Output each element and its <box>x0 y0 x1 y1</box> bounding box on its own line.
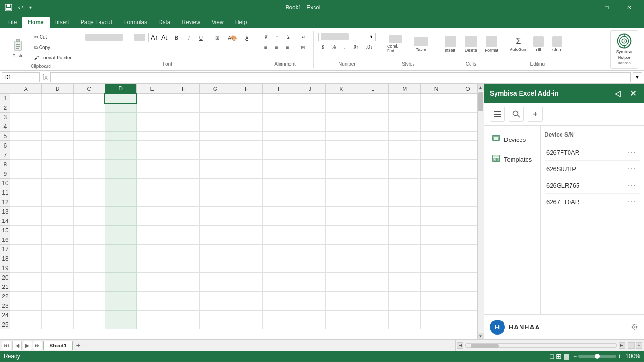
cell-L14[interactable] <box>357 216 389 226</box>
cell-H14[interactable] <box>231 216 263 226</box>
cell-G13[interactable] <box>199 207 231 216</box>
cell-K15[interactable] <box>326 226 357 235</box>
cell-M10[interactable] <box>389 179 421 188</box>
cell-E14[interactable] <box>136 216 168 226</box>
cell-E24[interactable] <box>136 311 168 320</box>
cell-E1[interactable] <box>136 94 168 103</box>
cell-A24[interactable] <box>10 311 41 320</box>
nav-item-templates[interactable]: Templates <box>488 151 537 167</box>
cell-F7[interactable] <box>168 150 199 160</box>
cell-D20[interactable] <box>105 273 136 282</box>
cell-G23[interactable] <box>199 301 231 311</box>
cell-A25[interactable] <box>10 320 41 329</box>
cell-B14[interactable] <box>41 216 73 226</box>
cell-A17[interactable] <box>10 245 41 254</box>
cell-H4[interactable] <box>231 122 263 132</box>
fill-color-button[interactable]: A🎨 <box>224 33 240 43</box>
conditional-formatting-button[interactable]: Cond. Fmt <box>384 35 407 54</box>
cell-D3[interactable] <box>105 113 136 122</box>
cell-H21[interactable] <box>231 282 263 292</box>
cell-F23[interactable] <box>168 301 199 311</box>
cell-M9[interactable] <box>389 169 421 179</box>
cell-I19[interactable] <box>263 263 294 273</box>
cell-E15[interactable] <box>136 226 168 235</box>
cell-A16[interactable] <box>10 235 41 245</box>
cell-L1[interactable] <box>357 94 389 103</box>
cell-I7[interactable] <box>263 150 294 160</box>
cell-N20[interactable] <box>421 273 452 282</box>
cell-G14[interactable] <box>199 216 231 226</box>
cell-L13[interactable] <box>357 207 389 216</box>
cell-H12[interactable] <box>231 197 263 207</box>
delete-cells-button[interactable]: Delete <box>462 33 480 56</box>
cell-L8[interactable] <box>357 160 389 169</box>
scroll-down-button[interactable]: ▼ <box>478 333 484 339</box>
cell-L21[interactable] <box>357 282 389 292</box>
cell-H23[interactable] <box>231 301 263 311</box>
cell-D11[interactable] <box>105 188 136 197</box>
close-button[interactable]: ✕ <box>619 0 640 15</box>
cell-A2[interactable] <box>10 103 41 113</box>
cell-B16[interactable] <box>41 235 73 245</box>
cell-J15[interactable] <box>294 226 326 235</box>
cell-L7[interactable] <box>357 150 389 160</box>
cell-I3[interactable] <box>263 113 294 122</box>
col-header-b[interactable]: B <box>41 84 73 94</box>
cell-L4[interactable] <box>357 122 389 132</box>
cell-M15[interactable] <box>389 226 421 235</box>
tab-review[interactable]: Review <box>176 17 206 28</box>
settings-button[interactable]: ⚙ <box>631 322 638 332</box>
align-middle-button[interactable]: ≡ <box>272 33 282 42</box>
cell-J10[interactable] <box>294 179 326 188</box>
cell-K22[interactable] <box>326 292 357 301</box>
cell-M20[interactable] <box>389 273 421 282</box>
cell-G15[interactable] <box>199 226 231 235</box>
cell-J19[interactable] <box>294 263 326 273</box>
cell-D12[interactable] <box>105 197 136 207</box>
cell-H10[interactable] <box>231 179 263 188</box>
cell-M1[interactable] <box>389 94 421 103</box>
cell-N12[interactable] <box>421 197 452 207</box>
cell-A23[interactable] <box>10 301 41 311</box>
currency-button[interactable]: $ <box>318 42 328 52</box>
cell-I12[interactable] <box>263 197 294 207</box>
cell-E4[interactable] <box>136 122 168 132</box>
cell-G8[interactable] <box>199 160 231 169</box>
font-size-decrease[interactable]: A↓ <box>160 34 169 41</box>
cell-K19[interactable] <box>326 263 357 273</box>
cell-N2[interactable] <box>421 103 452 113</box>
cell-K8[interactable] <box>326 160 357 169</box>
cell-N6[interactable] <box>421 141 452 150</box>
h-scroll-thumb[interactable] <box>471 344 499 348</box>
cell-I2[interactable] <box>263 103 294 113</box>
border-button[interactable]: ⊞ <box>212 33 223 43</box>
cell-H9[interactable] <box>231 169 263 179</box>
save-icon[interactable] <box>4 3 13 12</box>
align-left-button[interactable]: ≡ <box>261 43 271 52</box>
merge-cells-button[interactable]: ⊞ <box>297 43 308 52</box>
bold-button[interactable]: B <box>171 33 182 43</box>
decimal-increase-button[interactable]: .0↑ <box>349 42 362 52</box>
cell-I21[interactable] <box>263 282 294 292</box>
cell-K14[interactable] <box>326 216 357 226</box>
cell-A5[interactable] <box>10 132 41 141</box>
cell-K10[interactable] <box>326 179 357 188</box>
cell-D5[interactable] <box>105 132 136 141</box>
cell-A13[interactable] <box>10 207 41 216</box>
normal-view-button[interactable]: □ <box>550 353 554 360</box>
cell-N25[interactable] <box>421 320 452 329</box>
cell-G4[interactable] <box>199 122 231 132</box>
symbisa-helper-button[interactable]: Symbisa Helper Hanhaa <box>610 30 638 69</box>
cell-L10[interactable] <box>357 179 389 188</box>
col-header-e[interactable]: E <box>136 84 168 94</box>
cell-N19[interactable] <box>421 263 452 273</box>
cell-C5[interactable] <box>73 132 105 141</box>
cell-H20[interactable] <box>231 273 263 282</box>
cell-E10[interactable] <box>136 179 168 188</box>
cell-D13[interactable] <box>105 207 136 216</box>
cell-F8[interactable] <box>168 160 199 169</box>
cell-B10[interactable] <box>41 179 73 188</box>
cell-F21[interactable] <box>168 282 199 292</box>
cell-K13[interactable] <box>326 207 357 216</box>
cell-H7[interactable] <box>231 150 263 160</box>
